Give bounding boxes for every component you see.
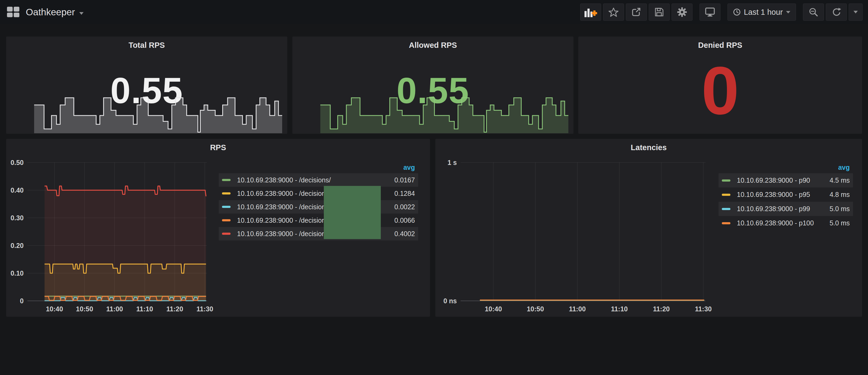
dashboard-grid-icon[interactable] [7, 7, 19, 18]
legend-row: 10.10.69.238:9000 - p995.0 ms [719, 202, 853, 216]
green-overlay-rectangle [324, 186, 381, 239]
panel-title-denied-rps[interactable]: Denied RPS [578, 41, 862, 50]
zoom-out-icon [809, 7, 818, 17]
legend-row: 10.10.69.238:9000 - p1005.0 ms [719, 216, 853, 230]
legend-series-avg-value: 4.8 ms [830, 191, 850, 198]
x-axis-tick-label: 11:10 [603, 305, 636, 313]
dashboard-title[interactable]: Oathkeeper [26, 7, 75, 18]
legend-series-swatch-icon[interactable] [722, 208, 731, 210]
navbar: Oathkeeper [0, 0, 868, 24]
x-axis-tick-label: 10:40 [38, 305, 71, 313]
legend-series-avg-value: 0.0066 [395, 217, 415, 224]
x-axis-tick-label: 11:10 [128, 305, 161, 313]
legend-header-avg[interactable]: avg [219, 161, 418, 173]
clock-icon [733, 8, 741, 16]
y-axis-tick-label: 0 [5, 297, 24, 305]
legend-series-name[interactable]: 10.10.69.238:9000 - p99 [737, 205, 825, 213]
settings-button[interactable] [672, 3, 692, 21]
legend-row: 10.10.69.238:9000 - /decisions/0.0167 [219, 173, 418, 187]
y-axis-tick-label: 0 ns [438, 297, 457, 305]
legend-series-name[interactable]: 10.10.69.238:9000 - /decisions/ [237, 176, 390, 184]
share-icon [631, 7, 642, 17]
y-axis-tick-label: 0.50 [5, 159, 24, 166]
legend-row: 10.10.69.238:9000 - /decisions/0.0022 [219, 200, 418, 214]
legend-series-avg-value: 0.4002 [395, 230, 415, 238]
legend-series-name[interactable]: 10.10.69.238:9000 - p95 [737, 191, 825, 198]
x-axis-tick-label: 11:30 [189, 305, 221, 313]
legend-series-swatch-icon[interactable] [222, 232, 230, 235]
legend-series-swatch-icon[interactable] [722, 194, 731, 196]
y-axis-tick-label: 0.40 [5, 186, 24, 194]
legend-series-swatch-icon[interactable] [722, 222, 731, 224]
y-axis-tick-label: 0.30 [5, 214, 24, 222]
dashboard-title-caret-icon[interactable] [79, 12, 84, 15]
y-axis-tick-label: 0.10 [5, 270, 24, 277]
x-axis-tick-label: 10:50 [519, 305, 552, 313]
save-button[interactable] [649, 3, 670, 21]
legend-series-swatch-icon[interactable] [222, 219, 230, 221]
legend-series-avg-value: 5.0 ms [830, 205, 850, 213]
legend-series-avg-value: 5.0 ms [830, 219, 850, 227]
zoom-out-button[interactable] [803, 3, 824, 21]
sparkline-allowed-rps [320, 96, 568, 133]
star-icon [609, 7, 619, 17]
refresh-icon [831, 7, 841, 17]
add-panel-icon [584, 7, 597, 17]
latencies-legend: avg10.10.69.238:9000 - p904.5 ms10.10.69… [719, 161, 853, 230]
y-axis-tick-label: 1 s [438, 159, 457, 166]
legend-series-swatch-icon[interactable] [222, 179, 230, 181]
x-axis-tick-label: 10:40 [477, 305, 509, 313]
monitor-icon [705, 7, 715, 17]
legend-row: 10.10.69.238:9000 - /decisions/0.4002 [219, 227, 418, 241]
rps-plot-area[interactable] [27, 162, 207, 301]
add-panel-button[interactable] [580, 3, 601, 21]
panel-latencies-graph: Latencies avg10.10.69.238:9000 - p904.5 … [435, 139, 862, 317]
legend-series-swatch-icon[interactable] [222, 206, 230, 208]
legend-row: 10.10.69.238:9000 - /decisions/0.0066 [219, 214, 418, 227]
legend-series-swatch-icon[interactable] [722, 180, 731, 182]
latencies-plot-area[interactable] [461, 162, 705, 301]
x-axis-tick-label: 11:20 [159, 305, 191, 313]
panel-rps-graph: RPS avg10.10.69.238:9000 - /decisions/0.… [6, 139, 430, 317]
legend-series-avg-value: 0.0167 [395, 176, 415, 184]
legend-series-name[interactable]: 10.10.69.238:9000 - p100 [737, 219, 825, 227]
legend-series-swatch-icon[interactable] [222, 192, 230, 194]
y-axis-tick-label: 0.20 [5, 242, 24, 250]
refresh-interval-button[interactable] [849, 3, 863, 21]
cycle-view-button[interactable] [700, 3, 720, 21]
x-axis-tick-label: 11:20 [645, 305, 678, 313]
panel-denied-rps: Denied RPS 0 [578, 36, 862, 134]
save-icon [654, 7, 664, 17]
panel-title-allowed-rps[interactable]: Allowed RPS [292, 41, 574, 50]
panel-title-rps[interactable]: RPS [6, 143, 430, 152]
sparkline-total-rps [34, 96, 282, 133]
time-range-label: Last 1 hour [744, 8, 783, 17]
legend-row: 10.10.69.238:9000 - p954.8 ms [719, 187, 853, 202]
x-axis-tick-label: 11:00 [98, 305, 131, 313]
panel-title-total-rps[interactable]: Total RPS [6, 41, 287, 50]
time-range-picker[interactable]: Last 1 hour [727, 3, 796, 21]
stat-value-denied-rps: 0 [578, 57, 862, 125]
panel-total-rps: Total RPS 0.55 [6, 36, 287, 134]
x-axis-tick-label: 11:30 [687, 305, 719, 313]
legend-row: 10.10.69.238:9000 - p904.5 ms [719, 173, 853, 187]
share-button[interactable] [626, 3, 647, 21]
legend-row: 10.10.69.238:9000 - /decisions/0.1284 [219, 187, 418, 200]
legend-series-avg-value: 4.5 ms [830, 177, 850, 184]
x-axis-tick-label: 10:50 [68, 305, 101, 313]
rps-legend: avg10.10.69.238:9000 - /decisions/0.0167… [219, 161, 418, 241]
refresh-button[interactable] [826, 3, 847, 21]
star-button[interactable] [603, 3, 624, 21]
legend-header-avg[interactable]: avg [719, 161, 853, 173]
legend-series-avg-value: 0.0022 [395, 203, 415, 211]
gear-icon [677, 7, 687, 17]
legend-series-name[interactable]: 10.10.69.238:9000 - p90 [737, 177, 825, 184]
refresh-interval-caret-icon [854, 11, 858, 13]
time-range-caret-icon [786, 11, 790, 13]
panel-allowed-rps: Allowed RPS 0.55 [292, 36, 574, 134]
legend-series-avg-value: 0.1284 [395, 190, 415, 197]
x-axis-tick-label: 11:00 [561, 305, 593, 313]
panel-title-latencies[interactable]: Latencies [435, 143, 862, 152]
